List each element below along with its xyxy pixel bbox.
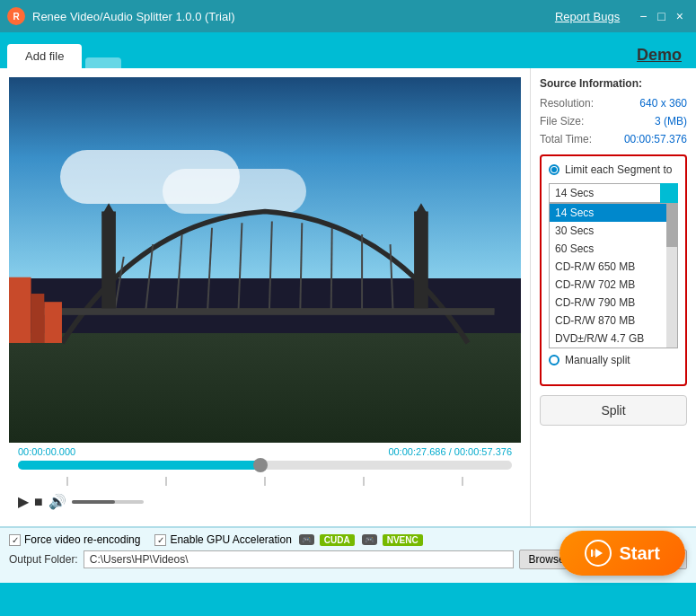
svg-rect-17 xyxy=(9,277,31,343)
svg-line-7 xyxy=(300,223,302,310)
marker-5 xyxy=(462,477,463,486)
timeline-markers xyxy=(18,477,512,486)
controls-row: ▶ ■ 🔊 xyxy=(18,489,512,514)
cuda-badge: CUDA xyxy=(320,534,355,546)
dropdown-item-2[interactable]: 60 Secs xyxy=(550,240,677,258)
time-display: 00:00:00.000 00:00:27.686 / 00:00:57.376 xyxy=(18,446,512,457)
totaltime-row: Total Time: 00:00:57.376 xyxy=(540,133,687,145)
demo-label: Demo xyxy=(637,46,689,65)
dropdown-item-7[interactable]: DVD±/R/W 4.7 GB xyxy=(550,330,677,348)
resolution-value: 640 x 360 xyxy=(639,97,687,110)
volume-button[interactable]: 🔊 xyxy=(48,493,66,510)
dropdown-value: 14 Secs xyxy=(555,187,594,199)
filesize-row: File Size: 3 (MB) xyxy=(540,115,687,128)
title-bar: R Renee Video/Audio Splitter 1.0.0 (Tria… xyxy=(0,0,696,32)
start-button[interactable]: Start xyxy=(559,531,685,576)
stop-button[interactable]: ■ xyxy=(34,494,43,510)
marker-2 xyxy=(165,477,167,486)
gpu-icon-text: 🎮 xyxy=(302,535,312,544)
source-info-title: Source Information: xyxy=(540,77,687,90)
start-icon-svg xyxy=(591,546,605,560)
play-button[interactable]: ▶ xyxy=(18,493,29,510)
tab-add-file[interactable]: Add file xyxy=(7,44,82,68)
resolution-row: Resolution: 640 x 360 xyxy=(540,97,687,110)
timeline-progress xyxy=(18,461,260,470)
gpu-icon: 🎮 xyxy=(299,534,314,545)
manually-split-label: Manually split xyxy=(565,354,630,366)
svg-line-6 xyxy=(269,222,272,311)
bridge-svg xyxy=(9,187,521,351)
filesize-value: 3 (MB) xyxy=(655,115,687,128)
totaltime-value: 00:00:57.376 xyxy=(624,133,687,145)
marker-3 xyxy=(264,477,266,486)
dropdown-scrollbar-thumb xyxy=(666,204,677,247)
dropdown-item-4[interactable]: CD-R/W 702 MB xyxy=(550,276,677,294)
marker-4 xyxy=(363,477,365,486)
limit-segment-label: Limit each Segment to xyxy=(565,163,672,176)
segment-box: Limit each Segment to 14 Secs ▼ 14 Secs … xyxy=(540,154,687,386)
timeline-handle[interactable] xyxy=(253,458,268,472)
maximize-button[interactable]: □ xyxy=(652,7,670,25)
svg-marker-15 xyxy=(414,203,428,216)
tab-bar: Add file Demo xyxy=(0,32,696,68)
svg-marker-14 xyxy=(101,203,116,216)
manual-row: Manually split xyxy=(549,354,678,366)
limit-segment-radio[interactable] xyxy=(549,164,559,175)
video-area: 00:00:00.000 00:00:27.686 / 00:00:57.376… xyxy=(0,68,530,526)
marker-1 xyxy=(66,477,68,486)
dropdown-list[interactable]: 14 Secs 30 Secs 60 Secs CD-R/W 650 MB CD… xyxy=(549,203,678,348)
timeline-bar[interactable] xyxy=(18,461,512,470)
minimize-button[interactable]: − xyxy=(634,7,652,25)
volume-slider[interactable] xyxy=(72,500,144,504)
svg-line-1 xyxy=(115,257,124,311)
svg-rect-12 xyxy=(101,212,116,314)
dropdown-item-3[interactable]: CD-R/W 650 MB xyxy=(550,258,677,276)
svg-line-10 xyxy=(391,244,393,310)
dropdown-item-5[interactable]: CD-R/W 790 MB xyxy=(550,294,677,312)
segment-dropdown-selected[interactable]: 14 Secs xyxy=(549,183,678,203)
bottom-wrapper: Force video re-encoding Enable GPU Accel… xyxy=(0,526,696,583)
tab-second[interactable] xyxy=(85,57,121,68)
video-frame[interactable] xyxy=(9,77,521,443)
dropdown-item-1[interactable]: 30 Secs xyxy=(550,222,677,240)
right-panel: Source Information: Resolution: 640 x 36… xyxy=(530,68,696,526)
output-folder-label: Output Folder: xyxy=(9,553,78,566)
gpu-acceleration-checkbox[interactable] xyxy=(154,534,166,546)
gpu-icon2: 🎮 xyxy=(362,534,377,545)
current-time: 00:00:00.000 xyxy=(18,446,75,457)
report-bugs-link[interactable]: Report Bugs xyxy=(555,10,620,23)
volume-fill xyxy=(72,500,115,504)
split-button[interactable]: Split xyxy=(540,395,687,426)
app-logo: R xyxy=(7,7,25,25)
svg-line-4 xyxy=(207,228,212,311)
dropdown-item-6[interactable]: CD-R/W 870 MB xyxy=(550,312,677,330)
totaltime-label: Total Time: xyxy=(540,133,592,145)
force-reencoding-checkbox[interactable] xyxy=(9,534,21,546)
limit-segment-row: Limit each Segment to xyxy=(549,163,678,176)
svg-rect-13 xyxy=(414,212,428,314)
nvenc-badge: NVENC xyxy=(383,534,423,546)
force-reencoding-label: Force video re-encoding xyxy=(24,533,140,546)
svg-line-3 xyxy=(177,234,182,310)
start-icon xyxy=(585,540,612,567)
start-label: Start xyxy=(619,543,660,564)
close-button[interactable]: × xyxy=(671,7,689,25)
svg-line-5 xyxy=(239,223,242,310)
gpu-icon2-text: 🎮 xyxy=(365,535,374,544)
force-reencoding-item: Force video re-encoding xyxy=(9,533,140,546)
filesize-label: File Size: xyxy=(540,115,584,128)
time-range: 00:00:27.686 / 00:00:57.376 xyxy=(388,446,512,457)
manually-split-radio[interactable] xyxy=(549,355,559,365)
svg-rect-18 xyxy=(31,294,45,343)
dropdown-scrollbar[interactable] xyxy=(666,204,677,348)
resolution-label: Resolution: xyxy=(540,97,594,110)
segment-dropdown-container: 14 Secs ▼ 14 Secs 30 Secs 60 Secs CD-R/W… xyxy=(549,183,678,348)
gpu-acceleration-label: Enable GPU Acceleration xyxy=(170,533,291,546)
main-content: 00:00:00.000 00:00:27.686 / 00:00:57.376… xyxy=(0,68,696,526)
svg-line-8 xyxy=(331,228,332,311)
output-path-input[interactable] xyxy=(84,550,514,568)
app-title: Renee Video/Audio Splitter 1.0.0 (Trial) xyxy=(32,10,555,23)
dropdown-item-0[interactable]: 14 Secs xyxy=(550,204,677,222)
timeline-section: 00:00:00.000 00:00:27.686 / 00:00:57.376… xyxy=(9,443,521,517)
svg-rect-19 xyxy=(44,302,62,343)
